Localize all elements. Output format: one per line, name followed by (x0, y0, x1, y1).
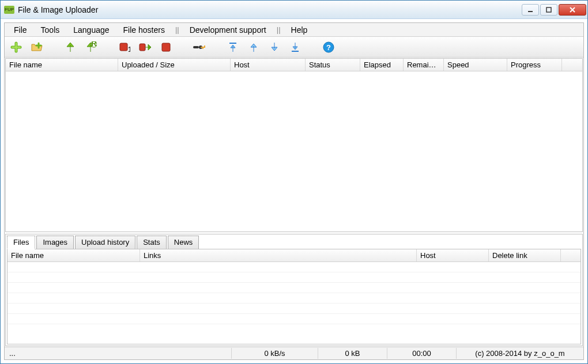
files-col-delete-link[interactable]: Delete link (489, 249, 561, 261)
list-item[interactable] (7, 283, 581, 293)
tab-stats[interactable]: Stats (137, 236, 167, 249)
col-progress[interactable]: Progress (507, 59, 562, 71)
files-tab-content: File name Links Host Delete link (7, 249, 581, 344)
status-copyright: (c) 2008-2014 by z_o_o_m (457, 348, 583, 359)
upload-button[interactable] (62, 39, 78, 55)
svg-text:1: 1 (128, 45, 130, 53)
stop-all-button[interactable] (158, 39, 174, 55)
col-elapsed[interactable]: Elapsed (360, 59, 404, 71)
files-body[interactable] (7, 262, 581, 344)
resume-button[interactable] (137, 39, 153, 55)
tab-images[interactable]: Images (36, 236, 74, 249)
list-item[interactable] (7, 293, 581, 304)
add-folder-button[interactable] (29, 39, 45, 55)
tab-news[interactable]: News (168, 236, 199, 249)
menu-help[interactable]: Help (285, 24, 314, 36)
files-col-file-name[interactable]: File name (7, 249, 140, 261)
status-size: 0 kB (318, 348, 387, 359)
svg-text:R: R (91, 41, 97, 48)
tab-files[interactable]: Files (7, 236, 35, 249)
accounts-button[interactable] (191, 39, 208, 55)
status-time: 00:00 (387, 348, 457, 359)
files-col-links[interactable]: Links (140, 249, 417, 261)
menu-development-support[interactable]: Development support (184, 24, 272, 36)
svg-rect-4 (120, 43, 127, 51)
menu-file-hosters[interactable]: File hosters (118, 24, 171, 36)
statusbar: ... 0 kB/s 0 kB 00:00 (c) 2008-2014 by z… (5, 347, 583, 359)
reupload-button[interactable]: R (83, 39, 99, 55)
col-host[interactable]: Host (231, 59, 306, 71)
tab-upload-history[interactable]: Upload history (75, 236, 135, 249)
stop-one-button[interactable]: 1 (116, 39, 133, 55)
upload-queue-body[interactable] (6, 71, 582, 232)
titlebar: FUP File & Image Uploader (1, 1, 587, 19)
upload-queue-table[interactable]: File name Uploaded / Size Host Status El… (5, 58, 583, 232)
menu-separator: || (274, 25, 283, 34)
list-item[interactable] (7, 272, 581, 283)
menu-file[interactable]: File (8, 24, 33, 36)
maximize-button[interactable] (540, 4, 557, 16)
col-status[interactable]: Status (306, 59, 360, 71)
svg-rect-6 (140, 44, 145, 51)
col-speed[interactable]: Speed (444, 59, 507, 71)
move-top-button[interactable] (225, 39, 241, 55)
bottom-panel: Files Images Upload history Stats News F… (5, 234, 583, 346)
menu-language[interactable]: Language (67, 24, 115, 36)
list-item[interactable] (7, 314, 581, 324)
svg-rect-8 (193, 46, 199, 48)
window-title: File & Image Uploader (18, 5, 521, 14)
files-col-host[interactable]: Host (417, 249, 489, 261)
app-icon: FUP (4, 6, 14, 14)
menu-separator: || (173, 25, 182, 34)
menu-tools[interactable]: Tools (35, 24, 66, 36)
status-message: ... (5, 348, 232, 359)
move-up-button[interactable] (246, 39, 262, 55)
minimize-button[interactable] (522, 4, 539, 16)
move-down-button[interactable] (266, 39, 282, 55)
bottom-tabs: Files Images Upload history Stats News (7, 236, 581, 249)
col-uploaded-size[interactable]: Uploaded / Size (118, 59, 231, 71)
list-item[interactable] (7, 262, 581, 272)
add-button[interactable] (8, 39, 24, 55)
svg-rect-1 (546, 7, 551, 12)
status-speed: 0 kB/s (232, 348, 318, 359)
col-file-name[interactable]: File name (6, 59, 118, 71)
svg-rect-10 (229, 43, 236, 44)
close-button[interactable] (559, 4, 586, 16)
menubar: File Tools Language File hosters || Deve… (5, 23, 583, 37)
svg-rect-0 (528, 11, 533, 12)
toolbar: R 1 (5, 37, 583, 58)
files-header-row: File name Links Host Delete link (7, 249, 581, 262)
app-window: FUP File & Image Uploader File Tools Lan… (0, 0, 588, 364)
help-button[interactable]: ? (321, 39, 337, 55)
col-remaining[interactable]: Remai… (404, 59, 444, 71)
list-item[interactable] (7, 304, 581, 314)
svg-text:?: ? (326, 43, 331, 52)
move-bottom-button[interactable] (287, 39, 303, 55)
svg-rect-7 (162, 43, 170, 51)
svg-rect-11 (292, 51, 299, 52)
table-header-row: File name Uploaded / Size Host Status El… (6, 59, 582, 71)
